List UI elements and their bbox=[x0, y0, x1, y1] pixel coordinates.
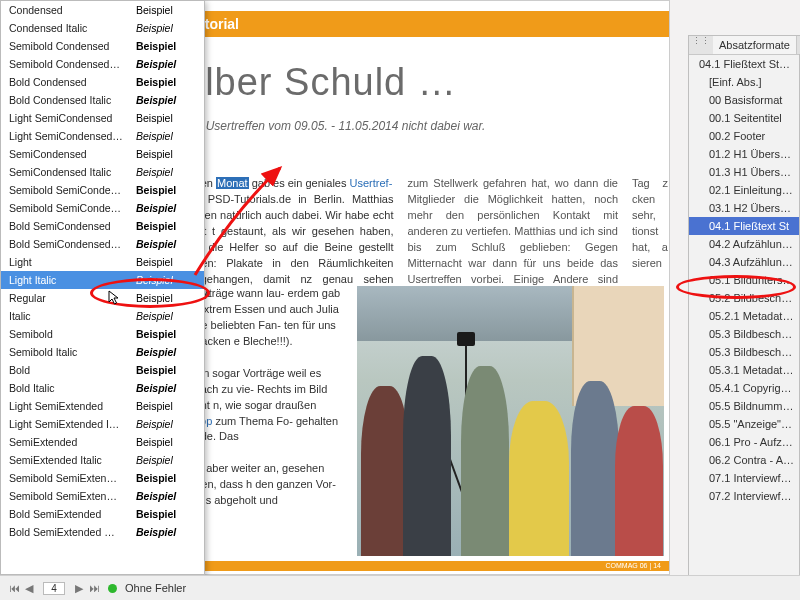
font-name: Semibold SemiExten… bbox=[9, 490, 136, 502]
font-variant-item[interactable]: Semibold SemiExten…Beispiel bbox=[1, 469, 204, 487]
paragraph-style-item[interactable]: 05.3 Bildbeschreibun bbox=[689, 343, 799, 361]
font-name: Semibold SemiConde… bbox=[9, 184, 136, 196]
font-name: Italic bbox=[9, 310, 136, 322]
font-variant-item[interactable]: Semibold SemiExten…Beispiel bbox=[1, 487, 204, 505]
left-continuation[interactable]: e Vorträge wann lau- erdem gab es extrem… bbox=[183, 286, 343, 509]
paragraph-style-item[interactable]: [Einf. Abs.] bbox=[689, 73, 799, 91]
font-sample: Beispiel bbox=[136, 166, 196, 178]
link-usertreffen[interactable]: Usertref- bbox=[350, 177, 393, 189]
font-variant-item[interactable]: Bold ItalicBeispiel bbox=[1, 379, 204, 397]
font-variant-item[interactable]: Bold SemiCondensed…Beispiel bbox=[1, 235, 204, 253]
nav-last-icon[interactable]: ⏭ bbox=[88, 582, 100, 595]
font-variant-item[interactable]: SemiExtendedBeispiel bbox=[1, 433, 204, 451]
preflight-status[interactable]: Ohne Fehler bbox=[125, 582, 186, 594]
paragraph-style-item[interactable]: 03.1 H2 Überschrift S bbox=[689, 199, 799, 217]
font-variant-item[interactable]: Bold SemiCondensedBeispiel bbox=[1, 217, 204, 235]
paragraph-style-item[interactable]: 00 Basisformat bbox=[689, 91, 799, 109]
font-variant-item[interactable]: Semibold ItalicBeispiel bbox=[1, 343, 204, 361]
paragraph-style-item[interactable]: 04.1 Fließtext Standard bbox=[689, 55, 799, 73]
page-nav2: ▶ ⏭ bbox=[73, 582, 100, 595]
paragraph-style-item[interactable]: 01.2 H1 Überschrift S bbox=[689, 145, 799, 163]
text: e Vorträge wann lau- erdem gab es extrem… bbox=[183, 287, 340, 347]
paragraph-style-item[interactable]: 05.3.1 Metadaten Tit bbox=[689, 361, 799, 379]
column-1[interactable]: etzten Monat gab es ein geniales Usertre… bbox=[183, 176, 394, 304]
font-variant-item[interactable]: RegularBeispiel bbox=[1, 289, 204, 307]
font-name: Semibold SemiExten… bbox=[9, 472, 136, 484]
font-sample: Beispiel bbox=[136, 382, 196, 394]
font-name: Light Italic bbox=[9, 274, 136, 286]
font-variant-item[interactable]: Semibold Condensed…Beispiel bbox=[1, 55, 204, 73]
font-variant-item[interactable]: Light SemiCondensed…Beispiel bbox=[1, 127, 204, 145]
paragraph-style-item[interactable]: 05.4.1 Copyright Bil bbox=[689, 379, 799, 397]
paragraph-style-item[interactable]: 07.1 Interviewfragen bbox=[689, 469, 799, 487]
paragraph-style-list[interactable]: 04.1 Fließtext Standard[Einf. Abs.]00 Ba… bbox=[689, 55, 799, 505]
font-variant-item[interactable]: SemiExtended ItalicBeispiel bbox=[1, 451, 204, 469]
nav-next-icon[interactable]: ▶ bbox=[73, 582, 85, 595]
font-variant-item[interactable]: Light ItalicBeispiel bbox=[1, 271, 204, 289]
font-sample: Beispiel bbox=[136, 256, 196, 268]
column-2[interactable]: zum Stellwerk gefahren hat, wo dann die … bbox=[408, 176, 619, 304]
font-sample: Beispiel bbox=[136, 94, 196, 106]
paragraph-style-item[interactable]: 06.1 Pro - Aufzählun bbox=[689, 433, 799, 451]
tab-absatzformate[interactable]: Absatzformate bbox=[713, 36, 797, 54]
font-variant-item[interactable]: Semibold SemiConde…Beispiel bbox=[1, 181, 204, 199]
status-bar: ⏮ ◀ ▶ ⏭ Ohne Fehler bbox=[0, 575, 800, 600]
paragraph-style-item[interactable]: 05.1 Bildunterschrift bbox=[689, 271, 799, 289]
font-sample: Beispiel bbox=[136, 58, 196, 70]
paragraph-style-item[interactable]: 02.1 Einleitungstext bbox=[689, 181, 799, 199]
font-variant-item[interactable]: Condensed ItalicBeispiel bbox=[1, 19, 204, 37]
font-style-dropdown[interactable]: CondensedBeispielCondensed ItalicBeispie… bbox=[0, 0, 205, 575]
panel-grip-icon[interactable]: ⋮⋮ bbox=[689, 36, 713, 54]
font-variant-item[interactable]: BoldBeispiel bbox=[1, 361, 204, 379]
font-variant-item[interactable]: Bold CondensedBeispiel bbox=[1, 73, 204, 91]
font-name: Semibold Condensed… bbox=[9, 58, 136, 70]
font-variant-item[interactable]: Bold SemiExtended …Beispiel bbox=[1, 523, 204, 541]
font-variant-item[interactable]: Bold Condensed ItalicBeispiel bbox=[1, 91, 204, 109]
document-page[interactable]: Editorial elber Schuld … eim Usertreffen… bbox=[170, 0, 670, 575]
column-3[interactable]: Tag z cken sehr, tionst hat, a sieren bbox=[632, 176, 668, 304]
paragraph-style-item[interactable]: 04.1 Fließtext St bbox=[689, 217, 799, 235]
nav-prev-icon[interactable]: ◀ bbox=[23, 582, 35, 595]
font-variant-item[interactable]: Semibold CondensedBeispiel bbox=[1, 37, 204, 55]
paragraph-style-item[interactable]: 06.2 Contra - Aufzäh bbox=[689, 451, 799, 469]
paragraph-style-item[interactable]: 05.2 Bildbeschreibun bbox=[689, 289, 799, 307]
paragraph-style-item[interactable]: 01.3 H1 Überschrift S bbox=[689, 163, 799, 181]
font-variant-item[interactable]: SemiboldBeispiel bbox=[1, 325, 204, 343]
font-name: Semibold bbox=[9, 328, 136, 340]
font-variant-item[interactable]: SemiCondensed ItalicBeispiel bbox=[1, 163, 204, 181]
font-variant-item[interactable]: Light SemiExtended I…Beispiel bbox=[1, 415, 204, 433]
paragraph-style-item[interactable]: 04.3 Aufzählung mit bbox=[689, 253, 799, 271]
paragraph-style-item[interactable]: 00.2 Footer bbox=[689, 127, 799, 145]
paragraph-style-item[interactable]: 00.1 Seitentitel bbox=[689, 109, 799, 127]
nav-first-icon[interactable]: ⏮ bbox=[8, 582, 20, 595]
font-variant-item[interactable]: LightBeispiel bbox=[1, 253, 204, 271]
page-nav: ⏮ ◀ bbox=[8, 582, 35, 595]
font-variant-item[interactable]: ItalicBeispiel bbox=[1, 307, 204, 325]
page-number-input[interactable] bbox=[43, 582, 65, 595]
paragraph-style-item[interactable]: 05.3 Bildbeschreibun bbox=[689, 325, 799, 343]
font-name: SemiExtended Italic bbox=[9, 454, 136, 466]
paragraph-style-item[interactable]: 05.5 Bildnummerieru bbox=[689, 397, 799, 415]
font-name: Light SemiCondensed bbox=[9, 112, 136, 124]
font-variant-item[interactable]: Light SemiCondensedBeispiel bbox=[1, 109, 204, 127]
paragraph-styles-panel[interactable]: ⋮⋮ Absatzformate Zei 04.1 Fließtext Stan… bbox=[688, 35, 800, 580]
font-variant-item[interactable]: CondensedBeispiel bbox=[1, 1, 204, 19]
font-variant-item[interactable]: Bold SemiExtendedBeispiel bbox=[1, 505, 204, 523]
paragraph-style-item[interactable]: 05.5 "Anzeige" links bbox=[689, 415, 799, 433]
selected-word[interactable]: Monat bbox=[216, 177, 249, 189]
font-name: Light SemiExtended I… bbox=[9, 418, 136, 430]
font-sample: Beispiel bbox=[136, 76, 196, 88]
font-sample: Beispiel bbox=[136, 112, 196, 124]
text: hielt aber weiter an, gesehen haben, das… bbox=[183, 462, 336, 506]
font-sample: Beispiel bbox=[136, 364, 196, 376]
paragraph-style-item[interactable]: 05.2.1 Metadaten Tit bbox=[689, 307, 799, 325]
font-variant-item[interactable]: Light SemiExtendedBeispiel bbox=[1, 397, 204, 415]
font-sample: Beispiel bbox=[136, 418, 196, 430]
paragraph-style-item[interactable]: 04.2 Aufzählung Nu bbox=[689, 235, 799, 253]
font-name: Bold SemiExtended bbox=[9, 508, 136, 520]
font-variant-item[interactable]: Semibold SemiConde…Beispiel bbox=[1, 199, 204, 217]
font-variant-item[interactable]: SemiCondensedBeispiel bbox=[1, 145, 204, 163]
page-subtitle: eim Usertreffen vom 09.05. - 11.05.2014 … bbox=[183, 119, 485, 133]
font-sample: Beispiel bbox=[136, 490, 196, 502]
paragraph-style-item[interactable]: 07.2 Interviewfragen bbox=[689, 487, 799, 505]
